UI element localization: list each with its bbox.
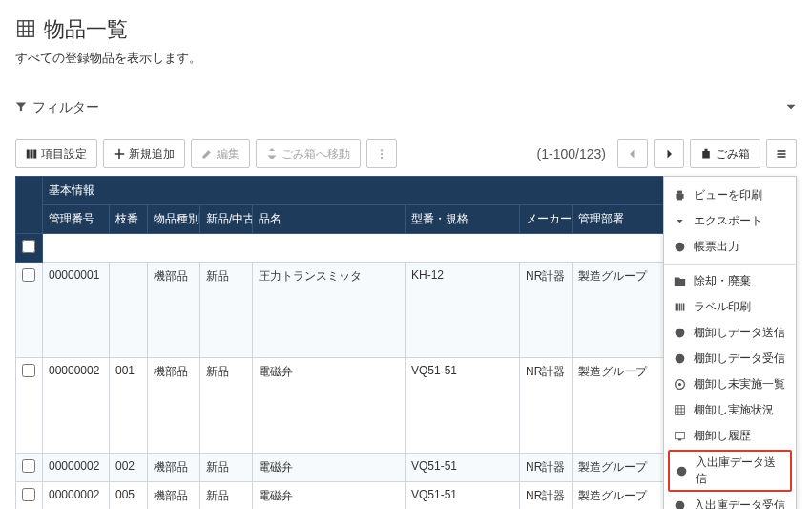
svg-rect-11 xyxy=(778,150,786,152)
page-title: 物品一覧 xyxy=(44,15,128,44)
svg-point-9 xyxy=(381,153,383,155)
svg-rect-32 xyxy=(676,432,685,438)
svg-point-10 xyxy=(381,157,383,159)
menu-inv-status[interactable]: 棚卸し実施状況 xyxy=(664,397,796,423)
trash-button[interactable]: ごみ箱 xyxy=(690,139,760,168)
more-button[interactable] xyxy=(366,139,397,168)
chevron-down-icon xyxy=(785,101,797,116)
menu-print[interactable]: ビューを印刷 xyxy=(664,182,796,208)
table-grid-icon xyxy=(15,18,36,42)
cell-cond: 新品 xyxy=(200,358,253,454)
cell-cond: 新品 xyxy=(200,454,253,482)
cell-id: 00000002 xyxy=(43,454,110,482)
filter-label: フィルター xyxy=(32,99,99,117)
cell-type: 機部品 xyxy=(148,482,200,510)
svg-rect-5 xyxy=(27,150,30,159)
col-branch[interactable]: 枝番 xyxy=(110,205,148,234)
edit-button[interactable]: 編集 xyxy=(191,139,250,168)
cell-model: KH-12 xyxy=(406,263,520,358)
svg-rect-22 xyxy=(683,303,685,310)
row-checkbox[interactable] xyxy=(22,459,35,473)
cell-name: 電磁弁 xyxy=(253,454,406,482)
col-id[interactable]: 管理番号 xyxy=(43,205,110,234)
filter-icon xyxy=(15,100,27,116)
col-name[interactable]: 品名 xyxy=(253,205,406,234)
cell-maker: NR計器 xyxy=(520,482,573,510)
menu-button[interactable] xyxy=(766,139,797,168)
columns-button[interactable]: 項目設定 xyxy=(15,139,97,168)
svg-rect-6 xyxy=(31,150,33,159)
menu-report[interactable]: 帳票出力 xyxy=(664,234,796,260)
cell-maker: NR計器 xyxy=(520,454,573,482)
cell-name: 電磁弁 xyxy=(253,358,406,454)
context-menu: ビューを印刷 エクスポート 帳票出力 除却・廃棄 ラベル印刷 棚卸しデータ送信 … xyxy=(663,176,797,509)
cell-type: 機部品 xyxy=(148,358,200,454)
prev-page-button[interactable] xyxy=(617,139,648,168)
cell-model: VQ51-51 xyxy=(406,482,520,510)
svg-rect-13 xyxy=(778,156,786,158)
cell-model: VQ51-51 xyxy=(406,454,520,482)
svg-point-26 xyxy=(678,383,681,386)
cell-id: 00000002 xyxy=(43,358,110,454)
cell-maker: NR計器 xyxy=(520,358,573,454)
row-checkbox[interactable] xyxy=(22,364,35,377)
menu-label[interactable]: ラベル印刷 xyxy=(664,294,796,320)
menu-inv-recv[interactable]: 棚卸しデータ受信 xyxy=(664,346,796,371)
svg-rect-16 xyxy=(677,197,682,200)
cell-branch: 002 xyxy=(110,454,148,482)
svg-rect-33 xyxy=(678,439,681,441)
menu-dispose[interactable]: 除却・廃棄 xyxy=(664,268,796,294)
add-button[interactable]: 新規追加 xyxy=(103,139,185,168)
row-checkbox[interactable] xyxy=(22,488,35,501)
cell-name: 圧力トランスミッタ xyxy=(253,263,406,358)
cell-maker: NR計器 xyxy=(520,263,573,358)
select-all-checkbox[interactable] xyxy=(22,240,35,253)
menu-io-recv[interactable]: 入出庫データ受信 xyxy=(664,493,796,509)
next-page-button[interactable] xyxy=(654,139,684,168)
svg-rect-20 xyxy=(679,303,681,310)
svg-rect-19 xyxy=(677,303,678,310)
svg-rect-12 xyxy=(778,153,786,155)
row-checkbox[interactable] xyxy=(22,268,35,282)
page-subtitle: すべての登録物品を表示します。 xyxy=(15,50,797,67)
svg-rect-0 xyxy=(18,20,34,36)
filter-toggle[interactable]: フィルター xyxy=(15,94,797,122)
menu-io-send[interactable]: 入出庫データ送信 xyxy=(668,450,792,492)
col-cond[interactable]: 新品/中古 xyxy=(200,205,253,234)
col-type[interactable]: 物品種別 xyxy=(148,205,200,234)
cell-branch xyxy=(110,263,148,358)
cell-id: 00000002 xyxy=(43,482,110,510)
svg-rect-7 xyxy=(33,150,36,159)
cell-branch: 005 xyxy=(110,482,148,510)
menu-export[interactable]: エクスポート xyxy=(664,208,796,234)
header-checkbox-cell xyxy=(16,177,43,234)
svg-rect-27 xyxy=(676,406,685,415)
menu-inv-hist[interactable]: 棚卸し履歴 xyxy=(664,423,796,449)
svg-rect-15 xyxy=(677,191,682,194)
col-maker[interactable]: メーカー xyxy=(520,205,573,234)
move-to-trash-button[interactable]: ごみ箱へ移動 xyxy=(256,139,361,168)
select-all-cell xyxy=(16,234,43,263)
cell-type: 機部品 xyxy=(148,263,200,358)
svg-point-8 xyxy=(381,149,383,151)
svg-rect-21 xyxy=(681,303,682,310)
svg-rect-18 xyxy=(676,303,677,310)
menu-inv-pending[interactable]: 棚卸し未実施一覧 xyxy=(664,371,796,397)
col-model[interactable]: 型番・規格 xyxy=(406,205,520,234)
cell-cond: 新品 xyxy=(200,482,253,510)
cell-id: 00000001 xyxy=(43,263,110,358)
cell-branch: 001 xyxy=(110,358,148,454)
cell-cond: 新品 xyxy=(200,263,253,358)
pager-text: (1-100/123) xyxy=(531,146,612,161)
menu-inv-send[interactable]: 棚卸しデータ送信 xyxy=(664,320,796,346)
cell-model: VQ51-51 xyxy=(406,358,520,454)
cell-name: 電磁弁 xyxy=(253,482,406,510)
cell-type: 機部品 xyxy=(148,454,200,482)
